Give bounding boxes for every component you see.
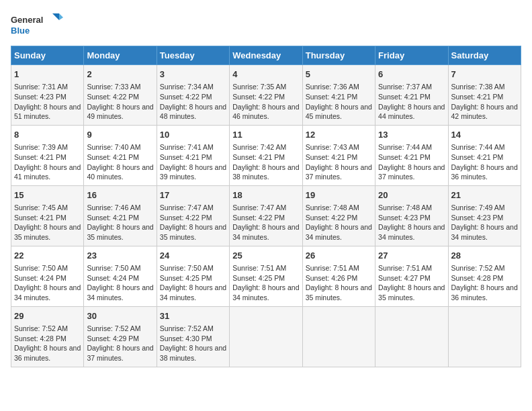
day-header: Wednesday xyxy=(230,46,302,65)
calendar-cell: 21Sunrise: 7:49 AMSunset: 4:23 PMDayligh… xyxy=(448,185,521,246)
daylight-label: Daylight: 8 hours and 34 minutes. xyxy=(232,223,299,241)
calendar-cell: 7Sunrise: 7:38 AMSunset: 4:21 PMDaylight… xyxy=(448,65,521,126)
day-number: 6 xyxy=(378,68,445,81)
calendar-cell: 29Sunrise: 7:52 AMSunset: 4:28 PMDayligh… xyxy=(11,306,84,367)
sunset-label: Sunset: 4:28 PM xyxy=(451,274,504,282)
calendar-week-row: 15Sunrise: 7:45 AMSunset: 4:21 PMDayligh… xyxy=(11,185,521,246)
daylight-label: Daylight: 8 hours and 34 minutes. xyxy=(87,283,153,302)
sunrise-label: Sunrise: 7:47 AM xyxy=(232,203,286,212)
calendar-cell: 26Sunrise: 7:51 AMSunset: 4:26 PMDayligh… xyxy=(302,246,375,306)
day-number: 14 xyxy=(451,129,518,141)
sunrise-label: Sunrise: 7:33 AM xyxy=(87,83,140,91)
sunset-label: Sunset: 4:22 PM xyxy=(160,93,212,101)
day-number: 10 xyxy=(160,129,226,141)
calendar-cell: 31Sunrise: 7:52 AMSunset: 4:30 PMDayligh… xyxy=(157,306,229,367)
calendar-week-row: 8Sunrise: 7:39 AMSunset: 4:21 PMDaylight… xyxy=(11,125,521,185)
calendar-cell: 23Sunrise: 7:50 AMSunset: 4:24 PMDayligh… xyxy=(84,246,157,306)
sunset-label: Sunset: 4:22 PM xyxy=(306,214,358,222)
calendar-cell: 3Sunrise: 7:34 AMSunset: 4:22 PMDaylight… xyxy=(157,65,229,126)
daylight-label: Daylight: 8 hours and 34 minutes. xyxy=(160,283,226,302)
daylight-label: Daylight: 8 hours and 48 minutes. xyxy=(160,103,226,121)
calendar-cell: 27Sunrise: 7:51 AMSunset: 4:27 PMDayligh… xyxy=(375,246,448,306)
sunrise-label: Sunrise: 7:39 AM xyxy=(14,143,68,151)
sunrise-label: Sunrise: 7:51 AM xyxy=(378,264,432,272)
day-header: Friday xyxy=(375,46,448,65)
sunset-label: Sunset: 4:22 PM xyxy=(232,93,285,101)
sunrise-label: Sunrise: 7:50 AM xyxy=(87,264,140,272)
calendar-cell: 2Sunrise: 7:33 AMSunset: 4:22 PMDaylight… xyxy=(84,65,157,126)
sunrise-label: Sunrise: 7:34 AM xyxy=(160,83,214,91)
day-number: 19 xyxy=(306,189,372,201)
day-number: 5 xyxy=(306,68,372,81)
day-number: 27 xyxy=(378,250,445,262)
daylight-label: Daylight: 8 hours and 37 minutes. xyxy=(87,344,153,362)
sunset-label: Sunset: 4:25 PM xyxy=(232,274,285,282)
sunrise-label: Sunrise: 7:44 AM xyxy=(451,143,505,151)
sunset-label: Sunset: 4:21 PM xyxy=(306,153,358,161)
calendar-cell: 17Sunrise: 7:47 AMSunset: 4:22 PMDayligh… xyxy=(157,185,229,246)
logo-svg: General Blue xyxy=(11,11,64,40)
calendar-cell xyxy=(448,306,521,367)
day-number: 25 xyxy=(232,250,299,262)
day-number: 17 xyxy=(160,189,226,201)
calendar-cell: 16Sunrise: 7:46 AMSunset: 4:21 PMDayligh… xyxy=(84,185,157,246)
daylight-label: Daylight: 8 hours and 34 minutes. xyxy=(306,223,372,241)
daylight-label: Daylight: 8 hours and 34 minutes. xyxy=(14,283,81,302)
sunset-label: Sunset: 4:29 PM xyxy=(87,334,139,342)
day-number: 9 xyxy=(87,129,153,141)
daylight-label: Daylight: 8 hours and 39 minutes. xyxy=(160,163,226,181)
logo: General Blue xyxy=(11,11,64,40)
day-number: 26 xyxy=(306,250,372,262)
day-number: 7 xyxy=(451,68,518,81)
calendar-cell: 6Sunrise: 7:37 AMSunset: 4:21 PMDaylight… xyxy=(375,65,448,126)
day-number: 18 xyxy=(232,189,299,201)
sunrise-label: Sunrise: 7:50 AM xyxy=(160,264,214,272)
day-number: 24 xyxy=(160,250,226,262)
day-number: 30 xyxy=(87,310,153,322)
sunset-label: Sunset: 4:22 PM xyxy=(87,93,139,101)
sunset-label: Sunset: 4:22 PM xyxy=(160,214,212,222)
day-header: Tuesday xyxy=(157,46,229,65)
sunrise-label: Sunrise: 7:48 AM xyxy=(378,203,432,212)
calendar-cell: 24Sunrise: 7:50 AMSunset: 4:25 PMDayligh… xyxy=(157,246,229,306)
sunrise-label: Sunrise: 7:42 AM xyxy=(232,143,286,151)
sunset-label: Sunset: 4:22 PM xyxy=(232,214,285,222)
sunset-label: Sunset: 4:21 PM xyxy=(87,214,139,222)
day-number: 23 xyxy=(87,250,153,262)
sunrise-label: Sunrise: 7:46 AM xyxy=(87,203,140,212)
daylight-label: Daylight: 8 hours and 35 minutes. xyxy=(87,223,153,241)
day-number: 15 xyxy=(14,189,81,201)
calendar-cell: 9Sunrise: 7:40 AMSunset: 4:21 PMDaylight… xyxy=(84,125,157,185)
calendar-cell xyxy=(230,306,302,367)
sunrise-label: Sunrise: 7:52 AM xyxy=(14,324,68,332)
daylight-label: Daylight: 8 hours and 45 minutes. xyxy=(306,103,372,121)
day-number: 29 xyxy=(14,310,81,322)
sunrise-label: Sunrise: 7:51 AM xyxy=(232,264,286,272)
daylight-label: Daylight: 8 hours and 34 minutes. xyxy=(232,283,299,302)
day-number: 16 xyxy=(87,189,153,201)
sunset-label: Sunset: 4:24 PM xyxy=(87,274,139,282)
daylight-label: Daylight: 8 hours and 40 minutes. xyxy=(87,163,153,181)
calendar-cell: 5Sunrise: 7:36 AMSunset: 4:21 PMDaylight… xyxy=(302,65,375,126)
daylight-label: Daylight: 8 hours and 35 minutes. xyxy=(14,223,81,241)
sunrise-label: Sunrise: 7:49 AM xyxy=(451,203,505,212)
day-header: Thursday xyxy=(302,46,375,65)
sunset-label: Sunset: 4:23 PM xyxy=(14,93,66,101)
daylight-label: Daylight: 8 hours and 37 minutes. xyxy=(378,163,445,181)
calendar-cell: 20Sunrise: 7:48 AMSunset: 4:23 PMDayligh… xyxy=(375,185,448,246)
sunset-label: Sunset: 4:23 PM xyxy=(451,214,504,222)
header-row: SundayMondayTuesdayWednesdayThursdayFrid… xyxy=(11,46,521,65)
day-number: 2 xyxy=(87,68,153,81)
sunrise-label: Sunrise: 7:41 AM xyxy=(160,143,214,151)
calendar-cell: 14Sunrise: 7:44 AMSunset: 4:21 PMDayligh… xyxy=(448,125,521,185)
day-number: 28 xyxy=(451,250,518,262)
daylight-label: Daylight: 8 hours and 44 minutes. xyxy=(378,103,445,121)
daylight-label: Daylight: 8 hours and 46 minutes. xyxy=(232,103,299,121)
daylight-label: Daylight: 8 hours and 38 minutes. xyxy=(232,163,299,181)
calendar-cell: 4Sunrise: 7:35 AMSunset: 4:22 PMDaylight… xyxy=(230,65,302,126)
sunset-label: Sunset: 4:27 PM xyxy=(378,274,431,282)
sunrise-label: Sunrise: 7:52 AM xyxy=(451,264,505,272)
sunset-label: Sunset: 4:21 PM xyxy=(160,153,212,161)
sunrise-label: Sunrise: 7:37 AM xyxy=(378,83,432,91)
calendar-cell xyxy=(375,306,448,367)
